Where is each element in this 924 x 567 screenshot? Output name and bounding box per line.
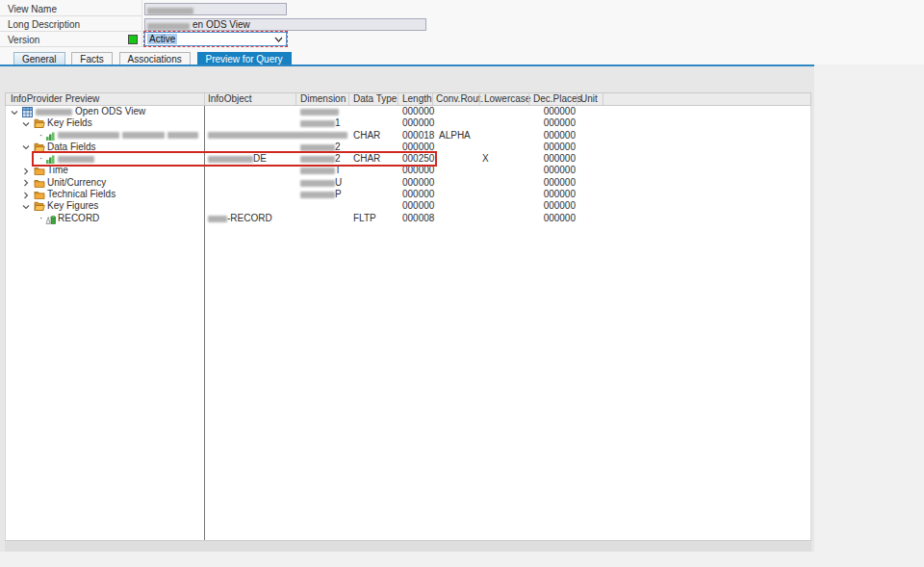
cell-infoobject: DE bbox=[208, 153, 267, 165]
redacted-text bbox=[208, 156, 253, 163]
tree-table-row[interactable]: Key Fields1000000000000 bbox=[6, 117, 810, 129]
chevron-right-icon[interactable] bbox=[22, 179, 30, 187]
redacted-text bbox=[208, 132, 347, 139]
node-label: Time bbox=[47, 165, 68, 176]
version-select[interactable]: Active bbox=[144, 32, 287, 46]
node-label-text: Time bbox=[47, 165, 68, 175]
ods-view-icon bbox=[22, 107, 33, 117]
row-divider bbox=[0, 46, 142, 47]
redacted-text bbox=[300, 156, 335, 163]
redacted-text bbox=[36, 109, 72, 116]
column-header-infoprovider-preview[interactable]: InfoProvider Preview bbox=[11, 93, 99, 105]
cell-dec-places: 000000 bbox=[533, 142, 576, 153]
cell-length: 000008 bbox=[402, 213, 434, 224]
tab-general[interactable]: General bbox=[13, 52, 65, 64]
long-description-label: Long Description bbox=[8, 18, 80, 31]
tree-table-row[interactable]: Unit/CurrencyU000000000000 bbox=[6, 177, 810, 189]
column-header-data-type[interactable]: Data Type bbox=[353, 93, 397, 105]
chevron-right-icon[interactable] bbox=[22, 168, 30, 175]
column-header-dec-places[interactable]: Dec.Places bbox=[533, 93, 582, 105]
tree-table-row[interactable]: Data Fields2000000000000 bbox=[6, 142, 810, 153]
characteristic-icon bbox=[45, 154, 56, 165]
cell-length: 000000 bbox=[402, 117, 434, 129]
header-separator bbox=[432, 93, 433, 105]
characteristic-icon bbox=[45, 131, 56, 142]
redacted-description-prefix bbox=[147, 23, 190, 30]
cell-dimension: 2 bbox=[300, 142, 341, 153]
chevron-down-icon[interactable] bbox=[11, 109, 18, 116]
node-label-text: Open ODS View bbox=[75, 106, 145, 116]
node-label: Key Fields bbox=[47, 117, 92, 129]
cell-data-type: CHAR bbox=[353, 130, 380, 142]
cell-length: 000000 bbox=[402, 200, 434, 212]
header-separator bbox=[295, 93, 296, 105]
redacted-text bbox=[58, 132, 119, 139]
tree-table-row[interactable]: Technical FieldsP000000000000 bbox=[6, 189, 810, 200]
tab-bar: General Facts Associations Preview for Q… bbox=[13, 52, 295, 64]
cell-length: 000018 bbox=[402, 130, 434, 142]
folder-open-icon bbox=[34, 201, 44, 212]
tab-associations[interactable]: Associations bbox=[119, 52, 191, 64]
header-separator bbox=[398, 93, 398, 105]
node-label: RECORD bbox=[58, 213, 99, 224]
tree-table-row[interactable]: ·DE2CHAR000250X000000 bbox=[6, 153, 810, 165]
cell-dec-places: 000000 bbox=[533, 153, 576, 165]
table-body: Open ODS View000000000000Key Fields10000… bbox=[5, 106, 811, 540]
view-name-label: View Name bbox=[8, 3, 57, 15]
node-label-text: Data Fields bbox=[47, 142, 96, 152]
long-description-input[interactable]: en ODS View bbox=[144, 18, 426, 31]
chevron-down-icon[interactable] bbox=[22, 203, 30, 211]
cell-dec-places: 000000 bbox=[533, 165, 576, 176]
preview-content-panel: InfoProvider PreviewInfoObjectDimensionD… bbox=[0, 66, 814, 552]
row-divider bbox=[0, 31, 142, 32]
chevron-down-icon[interactable] bbox=[22, 120, 30, 128]
header-separator bbox=[528, 93, 529, 105]
cell-length: 000000 bbox=[402, 106, 434, 117]
view-name-input[interactable] bbox=[144, 3, 287, 15]
cell-length: 000250 bbox=[402, 153, 434, 165]
node-label: Technical Fields bbox=[47, 189, 116, 200]
column-header-lowercase[interactable]: Lowercase bbox=[484, 93, 530, 105]
folder-closed-icon bbox=[34, 190, 44, 200]
node-label-text: RECORD bbox=[58, 213, 99, 223]
cell-data-type: CHAR bbox=[353, 153, 380, 165]
redacted-text bbox=[300, 192, 335, 198]
column-header-length[interactable]: Length bbox=[402, 93, 432, 105]
tree-table-row[interactable]: Key Figures000000000000 bbox=[6, 200, 810, 212]
header-separator bbox=[348, 93, 349, 105]
cell-dec-places: 000000 bbox=[533, 213, 576, 224]
tree-table-row[interactable]: ·RECORD-RECORDFLTP000008000000 bbox=[6, 213, 810, 224]
infoprovider-preview-table: InfoProvider PreviewInfoObjectDimensionD… bbox=[5, 92, 811, 552]
node-label: Open ODS View bbox=[36, 106, 145, 117]
chevron-right-icon[interactable] bbox=[22, 192, 30, 199]
key-figure-icon bbox=[45, 214, 56, 224]
node-label bbox=[58, 153, 97, 165]
chevron-down-icon[interactable] bbox=[274, 36, 283, 43]
cell-dec-places: 000000 bbox=[533, 117, 576, 129]
label-column-divider bbox=[141, 0, 142, 46]
node-label-text: Technical Fields bbox=[47, 189, 116, 199]
cell-dimension: U bbox=[300, 177, 342, 189]
column-header-conv-rout-[interactable]: Conv.Rout. bbox=[436, 93, 483, 105]
tree-table-row[interactable]: Open ODS View000000000000 bbox=[6, 106, 810, 117]
row-divider bbox=[0, 15, 142, 16]
tree-table-row[interactable]: ·CHAR000018ALPHA000000 bbox=[6, 130, 810, 142]
node-label-text: Unit/Currency bbox=[47, 177, 106, 188]
tab-facts[interactable]: Facts bbox=[71, 52, 112, 64]
node-label: Data Fields bbox=[47, 142, 96, 153]
redacted-text bbox=[300, 144, 335, 151]
column-header-infoobject[interactable]: InfoObject bbox=[208, 93, 252, 105]
chevron-down-icon[interactable] bbox=[22, 143, 30, 151]
horizontal-scrollbar[interactable] bbox=[5, 540, 811, 552]
cell-dec-places: 000000 bbox=[533, 106, 576, 117]
node-label-text: Key Figures bbox=[47, 200, 98, 211]
column-header-unit[interactable]: Unit bbox=[580, 93, 598, 105]
tab-preview-for-query[interactable]: Preview for Query bbox=[197, 52, 292, 64]
cell-dec-places: 000000 bbox=[533, 200, 576, 212]
column-header-dimension[interactable]: Dimension bbox=[300, 93, 346, 105]
tree-table-row[interactable]: TimeT000000000000 bbox=[6, 165, 810, 176]
version-label: Version bbox=[8, 34, 39, 46]
cell-lowercase: X bbox=[482, 153, 489, 165]
cell-dimension: T bbox=[300, 165, 341, 176]
redacted-text bbox=[167, 132, 198, 139]
